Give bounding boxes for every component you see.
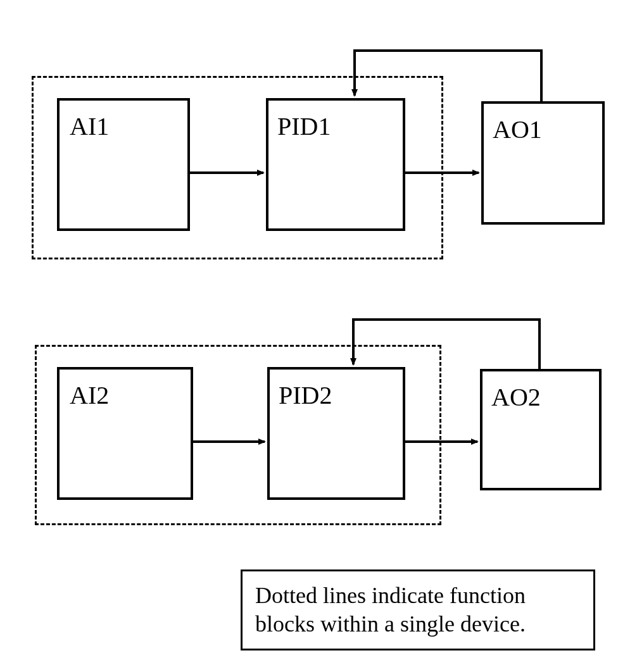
ao1-label: AO1 <box>493 117 542 142</box>
ao2-label: AO2 <box>491 385 541 410</box>
diagram-canvas: AI1 PID1 AO1 AI2 PID2 AO2 Dotted lines i… <box>0 0 637 672</box>
pid1-label: PID1 <box>277 114 331 139</box>
pid2-label: PID2 <box>279 383 332 408</box>
ai2-label: AI2 <box>70 383 109 408</box>
legend-note: Dotted lines indicate function blocks wi… <box>241 569 595 650</box>
legend-note-line2: blocks within a single device. <box>255 610 581 638</box>
ai1-label: AI1 <box>70 114 109 139</box>
legend-note-line1: Dotted lines indicate function <box>255 582 581 610</box>
